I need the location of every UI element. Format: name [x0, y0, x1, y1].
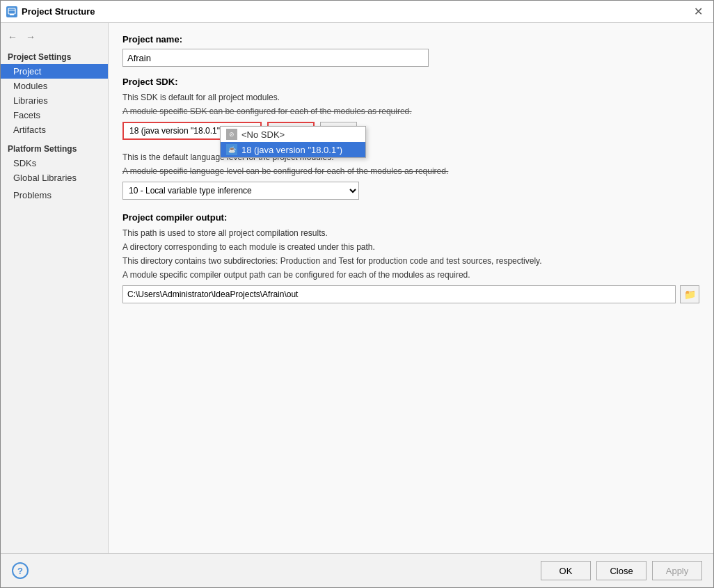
project-structure-dialog: Project Structure ✕ ← → Project Settings… — [0, 0, 714, 588]
no-sdk-icon: ⊘ — [226, 129, 237, 140]
sidebar-item-modules[interactable]: Modules — [1, 79, 108, 93]
dialog-footer: ? OK Close Apply — [1, 553, 713, 587]
sdk-option-no-sdk[interactable]: ⊘ <No SDK> — [221, 127, 365, 142]
help-button[interactable]: ? — [12, 562, 29, 579]
platform-settings-label: Platform Settings — [1, 137, 108, 156]
sidebar-item-problems[interactable]: Problems — [1, 188, 108, 202]
sidebar-item-global-libraries[interactable]: Global Libraries — [1, 170, 108, 185]
svg-rect-2 — [10, 14, 14, 15]
sdk-dropdown-overlay: ⊘ <No SDK> ☕ 18 (java version "18.0.1") — [220, 126, 366, 158]
sidebar-item-sdks[interactable]: SDKs — [1, 156, 108, 170]
project-name-input[interactable] — [122, 49, 429, 67]
project-name-label: Project name: — [122, 34, 699, 45]
sdk-desc1: This SDK is default for all project modu… — [122, 91, 699, 104]
lang-level-row: 10 - Local variable type inference — [122, 182, 699, 200]
browse-folder-button[interactable]: 📁 — [680, 285, 699, 303]
sidebar-item-libraries[interactable]: Libraries — [1, 93, 108, 108]
nav-back-button[interactable]: ← — [5, 30, 20, 44]
sidebar-item-facets[interactable]: Facets — [1, 108, 108, 122]
compiler-desc3: This directory contains two subdirectori… — [122, 255, 699, 267]
project-sdk-label: Project SDK: — [122, 77, 699, 87]
nav-forward-button[interactable]: → — [23, 30, 38, 44]
title-bar: Project Structure ✕ — [1, 1, 713, 23]
ok-button[interactable]: OK — [541, 561, 591, 580]
compiler-desc4: A module specific compiler output path c… — [122, 269, 699, 281]
compiler-desc2: A directory corresponding to each module… — [122, 241, 699, 253]
project-name-row — [122, 49, 699, 67]
language-level-dropdown[interactable]: 10 - Local variable type inference — [122, 182, 359, 200]
no-sdk-label: <No SDK> — [241, 129, 285, 140]
compiler-output-label: Project compiler output: — [122, 212, 699, 223]
svg-rect-0 — [8, 8, 15, 14]
sdk-desc2: A module specific SDK can be configured … — [122, 105, 699, 118]
apply-button[interactable]: Apply — [652, 561, 702, 580]
footer-left: ? — [12, 562, 535, 579]
sidebar-item-artifacts[interactable]: Artifacts — [1, 122, 108, 137]
lang-desc2: A module specific language level can be … — [122, 165, 699, 177]
sidebar: ← → Project Settings Project Modules Lib… — [1, 23, 109, 553]
compiler-output-input[interactable] — [122, 285, 676, 303]
main-content: Project name: Project SDK: This SDK is d… — [109, 23, 713, 553]
compiler-output-section: Project compiler output: This path is us… — [122, 212, 699, 303]
sdk-controls-row: 18 (java version "18.0.1") New... Edit — [122, 122, 699, 140]
dialog-title: Project Structure — [22, 6, 688, 17]
dialog-close-button[interactable]: Close — [596, 561, 646, 580]
close-button[interactable]: ✕ — [688, 2, 708, 22]
sdk-18-label: 18 (java version "18.0.1") — [241, 145, 342, 155]
compiler-path-row: 📁 — [122, 285, 699, 303]
dialog-icon — [6, 6, 17, 17]
compiler-desc1: This path is used to store all project c… — [122, 227, 699, 239]
language-level-section: This is the default language level for t… — [122, 151, 699, 200]
sdk-option-18[interactable]: ☕ 18 (java version "18.0.1") — [221, 142, 365, 157]
sdk-icon: ☕ — [226, 144, 237, 155]
sidebar-nav: ← → — [1, 29, 108, 48]
lang-desc1: This is the default language level for t… — [122, 151, 699, 164]
dialog-body: ← → Project Settings Project Modules Lib… — [1, 23, 713, 553]
sidebar-item-project[interactable]: Project — [1, 64, 108, 79]
project-settings-label: Project Settings — [1, 48, 108, 64]
